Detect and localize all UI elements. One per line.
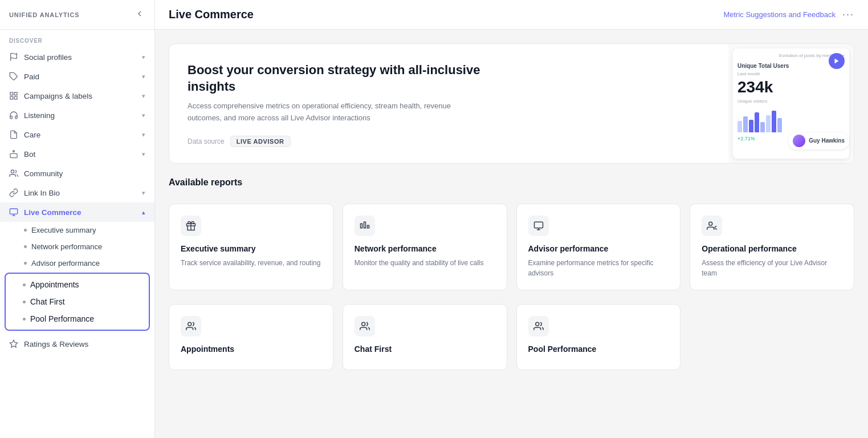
operational-performance-icon	[702, 216, 722, 236]
more-options-button[interactable]: ···	[842, 9, 854, 21]
sub-dot	[23, 301, 26, 303]
main-body: Boost your conversion strategy with all-…	[155, 30, 868, 384]
svg-point-24	[709, 222, 712, 225]
sidebar-header: UNIFIED ANALYTICS	[0, 0, 154, 30]
sidebar-item-link-in-bio[interactable]: Link In Bio ▾	[0, 183, 154, 202]
sidebar-item-ratings-reviews-label: Ratings & Reviews	[24, 340, 88, 348]
chevron-down-icon: ▾	[142, 54, 145, 61]
sidebar-item-live-commerce[interactable]: Live Commerce ▴	[0, 202, 154, 222]
chevron-down-icon: ▾	[142, 73, 145, 80]
sidebar-app-title: UNIFIED ANALYTICS	[9, 11, 80, 18]
pool-performance-icon	[528, 316, 549, 336]
sidebar-item-care[interactable]: Care ▾	[0, 125, 154, 144]
hero-period: Last month	[737, 71, 845, 76]
sidebar-collapse-button[interactable]	[134, 8, 145, 21]
report-card-network-performance-desc: Monitor the quality and stability of liv…	[354, 258, 495, 268]
sidebar-item-live-commerce-label: Live Commerce	[24, 208, 81, 217]
sidebar-item-community[interactable]: Community	[0, 164, 154, 183]
svg-rect-20	[367, 225, 369, 228]
chevron-down-icon: ▾	[142, 92, 145, 100]
sub-dot	[24, 229, 27, 232]
report-card-appointments[interactable]: Appointments	[169, 304, 333, 370]
svg-rect-19	[364, 222, 365, 228]
report-card-advisor-performance[interactable]: Advisor performance Examine performance …	[516, 204, 681, 290]
sidebar-item-social-profiles[interactable]: Social profiles ▾	[0, 47, 154, 67]
sidebar-subitem-pool-performance-label: Pool Performance	[30, 314, 94, 323]
sidebar-subitem-chat-first[interactable]: Chat First	[6, 293, 149, 310]
hero-source: Data source LIVE ADVISOR	[188, 136, 710, 147]
sidebar-subitem-executive-summary[interactable]: Executive summary	[0, 222, 154, 238]
bar-8	[777, 118, 782, 132]
sub-dot	[23, 318, 26, 321]
report-card-chat-first-title: Chat First	[354, 344, 495, 354]
svg-rect-21	[534, 222, 543, 228]
svg-rect-3	[14, 92, 17, 95]
report-card-chat-first[interactable]: Chat First	[343, 304, 507, 370]
main-header: Live Commerce Metric Suggestions and Fee…	[155, 0, 868, 30]
sidebar-subitem-pool-performance[interactable]: Pool Performance	[6, 310, 149, 327]
report-card-pool-performance[interactable]: Pool Performance	[516, 304, 681, 370]
sub-dot	[24, 245, 27, 248]
report-card-pool-performance-title: Pool Performance	[528, 344, 669, 354]
report-card-advisor-performance-desc: Examine performance metrics for specific…	[528, 258, 669, 278]
report-card-network-performance-title: Network performance	[354, 244, 495, 253]
svg-point-28	[362, 322, 365, 326]
main-content: Live Commerce Metric Suggestions and Fee…	[155, 0, 868, 438]
report-card-network-performance[interactable]: Network performance Monitor the quality …	[343, 204, 507, 290]
sidebar: UNIFIED ANALYTICS DISCOVER Social profil…	[0, 0, 155, 438]
chevron-up-icon: ▴	[142, 209, 145, 216]
report-card-executive-summary[interactable]: Executive summary Track service availabi…	[169, 204, 333, 290]
svg-rect-2	[10, 92, 13, 95]
sidebar-item-campaigns-label: Campaigns & labels	[24, 92, 92, 100]
header-actions: Metric Suggestions and Feedback ···	[723, 9, 854, 21]
reports-section: Available reports	[169, 177, 854, 190]
hero-content: Boost your conversion strategy with all-…	[169, 44, 728, 163]
sidebar-subitem-appointments-label: Appointments	[30, 280, 79, 289]
sidebar-item-link-in-bio-label: Link In Bio	[24, 189, 60, 197]
sidebar-item-bot[interactable]: Bot ▾	[0, 144, 154, 164]
svg-point-10	[11, 170, 14, 173]
svg-rect-4	[14, 96, 17, 99]
sidebar-item-community-label: Community	[24, 169, 63, 178]
report-card-appointments-title: Appointments	[181, 344, 321, 354]
chevron-down-icon: ▾	[142, 112, 145, 119]
executive-summary-icon	[181, 216, 201, 236]
sidebar-subitem-network-performance[interactable]: Network performance	[0, 238, 154, 255]
sidebar-item-ratings-reviews[interactable]: Ratings & Reviews	[0, 334, 154, 354]
network-performance-icon	[354, 216, 375, 236]
hero-description: Access comprehensive metrics on operatio…	[188, 100, 472, 124]
bar-4	[755, 112, 759, 132]
hero-play-badge	[829, 53, 845, 69]
svg-marker-14	[10, 340, 17, 347]
bar-2	[743, 116, 748, 132]
bar-3	[749, 120, 753, 132]
sidebar-subitem-advisor-performance[interactable]: Advisor performance	[0, 255, 154, 271]
discover-label: DISCOVER	[0, 30, 154, 47]
sidebar-subitem-network-performance-label: Network performance	[31, 242, 102, 251]
sidebar-highlighted-subitems: Appointments Chat First Pool Performance	[5, 273, 150, 331]
sidebar-item-listening[interactable]: Listening ▾	[0, 106, 154, 125]
hero-source-label: Data source	[188, 137, 225, 145]
svg-point-27	[188, 322, 191, 326]
svg-rect-11	[10, 209, 17, 214]
report-card-operational-performance[interactable]: Operational performance Assess the effic…	[690, 204, 854, 290]
sidebar-item-paid[interactable]: Paid ▾	[0, 67, 154, 86]
hero-avatar-row: Guy Hawkins	[788, 132, 849, 149]
svg-rect-6	[10, 153, 17, 157]
chevron-down-icon: ▾	[142, 131, 145, 139]
report-card-operational-performance-desc: Assess the efficiency of your Live Advis…	[702, 258, 842, 278]
svg-point-29	[535, 322, 539, 326]
page-title: Live Commerce	[169, 8, 254, 21]
sub-dot	[24, 262, 27, 265]
hero-visual: Evolution of posts by media type Unique …	[728, 44, 854, 163]
sub-dot	[23, 283, 26, 286]
sidebar-subitem-appointments[interactable]: Appointments	[6, 276, 149, 293]
hero-person-name: Guy Hawkins	[809, 137, 845, 144]
sidebar-item-campaigns[interactable]: Campaigns & labels ▾	[0, 86, 154, 106]
hero-banner: Boost your conversion strategy with all-…	[169, 43, 854, 164]
svg-marker-15	[835, 59, 839, 64]
sidebar-item-social-profiles-label: Social profiles	[24, 53, 72, 62]
reports-grid-bottom: Appointments Chat First Pool Performance	[169, 304, 854, 370]
metric-suggestions-link[interactable]: Metric Suggestions and Feedback	[723, 10, 836, 19]
sidebar-subitem-chat-first-label: Chat First	[30, 297, 65, 306]
